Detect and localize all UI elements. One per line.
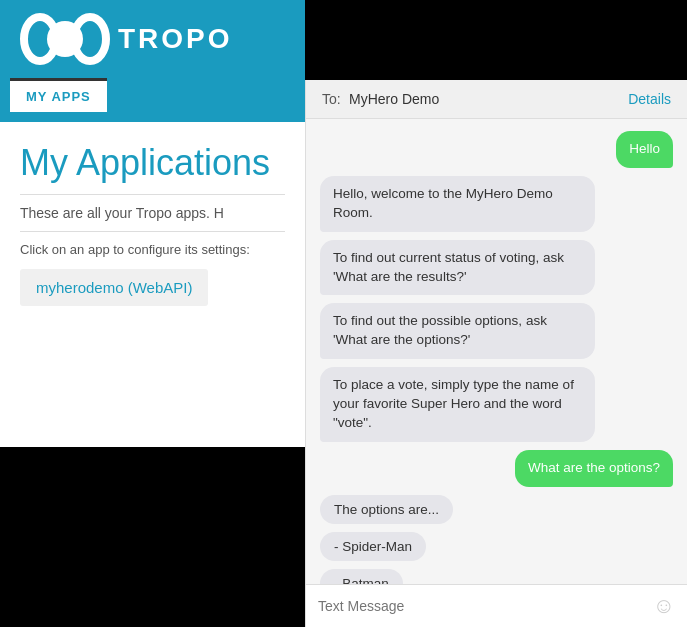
message-bubble: To place a vote, simply type the name of… [320, 367, 595, 442]
left-bottom-black [0, 447, 305, 627]
app-header: TROPO [0, 0, 305, 78]
chat-recipient: MyHero Demo [345, 91, 439, 107]
chat-text-input[interactable] [318, 598, 645, 614]
settings-label: Click on an app to configure its setting… [20, 242, 285, 257]
nav-bar: MY APPS [0, 78, 305, 122]
left-content: My Applications These are all your Tropo… [0, 122, 305, 447]
message-bubble: Hello [616, 131, 673, 168]
page-title: My Applications [20, 142, 285, 184]
message-bubble: To find out the possible options, ask 'W… [320, 303, 595, 359]
logo-icon [20, 11, 110, 67]
chat-header: To: MyHero Demo Details [306, 80, 687, 119]
my-apps-nav-button[interactable]: MY APPS [10, 78, 107, 112]
message-bubble: The options are... [320, 495, 453, 524]
left-panel: TROPO MY APPS My Applications These are … [0, 0, 305, 627]
message-bubble: What are the options? [515, 450, 673, 487]
message-bubble: To find out current status of voting, as… [320, 240, 595, 296]
message-bubble: Hello, welcome to the MyHero Demo Room. [320, 176, 595, 232]
emoji-button[interactable]: ☺ [653, 593, 675, 619]
message-bubble: - Spider-Man [320, 532, 426, 561]
chat-input-bar: ☺ [306, 584, 687, 627]
chat-to-label: To: MyHero Demo [322, 90, 439, 108]
subtitle-text: These are all your Tropo apps. H [20, 205, 285, 221]
tropo-logo: TROPO [20, 11, 233, 67]
message-bubble: - Batman [320, 569, 403, 584]
divider-1 [20, 194, 285, 195]
chat-panel: To: MyHero Demo Details HelloHello, welc… [305, 80, 687, 627]
app-item[interactable]: myherodemo (WebAPI) [20, 269, 208, 306]
messages-list: HelloHello, welcome to the MyHero Demo R… [306, 119, 687, 584]
divider-2 [20, 231, 285, 232]
chat-details-link[interactable]: Details [628, 91, 671, 107]
brand-name: TROPO [118, 23, 233, 55]
to-prefix: To: [322, 91, 341, 107]
